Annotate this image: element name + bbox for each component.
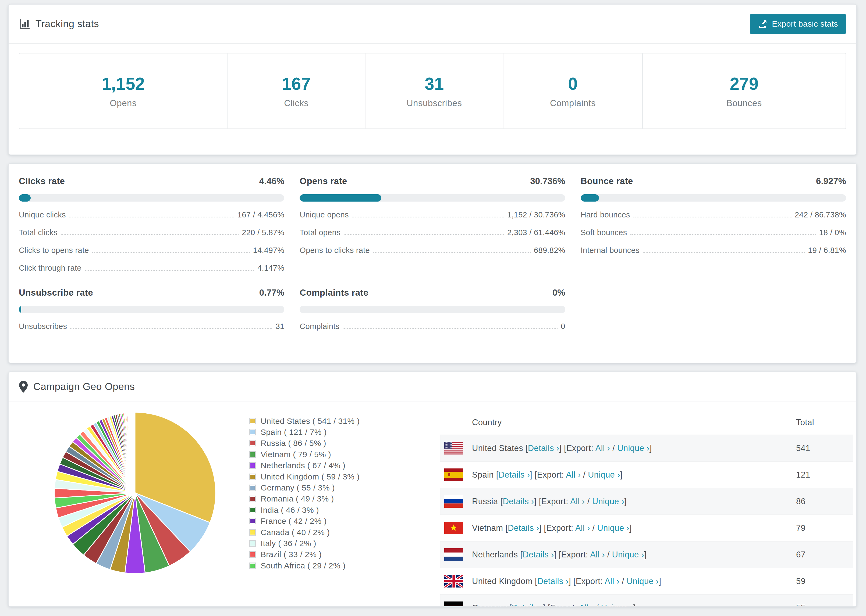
rate-detail-value: 0 bbox=[561, 322, 565, 331]
table-row: Netherlands [Details ›] [Export: All › /… bbox=[440, 541, 853, 567]
rate-block: Opens rate 30.736% Unique opens 1,152 / … bbox=[299, 176, 565, 272]
stat-box-opens: 1,152 Opens bbox=[19, 53, 228, 129]
country-name: Germany bbox=[472, 603, 507, 607]
details-link[interactable]: Details › bbox=[512, 603, 543, 607]
stat-value: 31 bbox=[425, 74, 444, 94]
dotted-leader bbox=[633, 217, 792, 217]
rate-detail-value: 220 / 5.87% bbox=[242, 228, 284, 237]
rate-detail-label: Total opens bbox=[299, 228, 340, 237]
total-cell: 67 bbox=[796, 550, 853, 559]
dotted-leader bbox=[69, 217, 234, 217]
rate-detail-label: Total clicks bbox=[19, 228, 58, 237]
legend-label: Russia ( 86 / 5% ) bbox=[261, 438, 326, 448]
legend-item[interactable]: Brazil ( 33 / 2% ) bbox=[249, 549, 360, 560]
flag-us-icon bbox=[444, 442, 463, 454]
details-link[interactable]: Details › bbox=[508, 523, 539, 533]
dotted-leader bbox=[344, 234, 504, 235]
legend-item[interactable]: Netherlands ( 67 / 4% ) bbox=[249, 460, 360, 471]
export-unique-link[interactable]: Unique › bbox=[612, 550, 644, 559]
export-all-link[interactable]: All › bbox=[605, 577, 619, 586]
rate-percent: 30.736% bbox=[530, 176, 565, 186]
export-unique-link[interactable]: Unique › bbox=[588, 470, 620, 479]
flag-vn-icon bbox=[444, 522, 463, 534]
table-row: Russia [Details ›] [Export: All › / Uniq… bbox=[440, 488, 853, 514]
total-cell: 59 bbox=[796, 577, 853, 586]
total-cell: 541 bbox=[796, 443, 853, 453]
legend-item[interactable]: India ( 46 / 3% ) bbox=[249, 504, 360, 515]
country-cell: Netherlands [Details ›] [Export: All › /… bbox=[472, 550, 647, 559]
legend-swatch-icon bbox=[249, 462, 256, 469]
legend-item[interactable]: Canada ( 40 / 2% ) bbox=[249, 527, 360, 538]
details-link[interactable]: Details › bbox=[528, 443, 559, 453]
export-all-link[interactable]: All › bbox=[590, 550, 605, 559]
details-link[interactable]: Details › bbox=[537, 577, 568, 586]
legend-item[interactable]: France ( 42 / 2% ) bbox=[249, 516, 360, 527]
table-row: Spain [Details ›] [Export: All › / Uniqu… bbox=[440, 461, 853, 488]
rate-detail-row: Opens to clicks rate 689.82% bbox=[299, 246, 565, 255]
legend-swatch-icon bbox=[249, 485, 256, 491]
legend-item[interactable]: Germany ( 55 / 3% ) bbox=[249, 482, 360, 493]
stat-label: Unsubscribes bbox=[407, 98, 462, 108]
export-all-link[interactable]: All › bbox=[570, 497, 585, 506]
page-title: Tracking stats bbox=[36, 18, 99, 30]
export-unique-link[interactable]: Unique › bbox=[627, 577, 659, 586]
export-all-link[interactable]: All › bbox=[595, 443, 610, 453]
details-link[interactable]: Details › bbox=[523, 550, 554, 559]
progress-bar bbox=[581, 194, 846, 201]
rate-percent: 0% bbox=[553, 288, 565, 298]
legend-swatch-icon bbox=[249, 529, 256, 536]
rates-row-2: Unsubscribe rate 0.77% Unsubscribes 31 C… bbox=[19, 288, 846, 331]
export-unique-link[interactable]: Unique › bbox=[592, 497, 625, 506]
dotted-leader bbox=[92, 252, 250, 253]
details-link[interactable]: Details › bbox=[499, 470, 530, 479]
country-cell: Russia [Details ›] [Export: All › / Uniq… bbox=[472, 497, 627, 506]
details-link[interactable]: Details › bbox=[503, 497, 534, 506]
geo-body: United States ( 541 / 31% ) Spain ( 121 … bbox=[9, 402, 856, 606]
legend-item[interactable]: United Kingdom ( 59 / 3% ) bbox=[249, 471, 360, 482]
legend-item[interactable]: Romania ( 49 / 3% ) bbox=[249, 493, 360, 504]
column-header-country: Country bbox=[440, 418, 796, 427]
legend-item[interactable]: Italy ( 36 / 2% ) bbox=[249, 538, 360, 549]
dotted-leader bbox=[343, 328, 557, 329]
table-row: Vietnam [Details ›] [Export: All › / Uni… bbox=[440, 514, 853, 541]
rate-detail-row: Internal bounces 19 / 6.81% bbox=[581, 246, 846, 255]
flag-ru-icon bbox=[444, 495, 463, 508]
export-all-link[interactable]: All › bbox=[575, 523, 590, 533]
legend-item[interactable]: United States ( 541 / 31% ) bbox=[249, 415, 360, 426]
legend-item[interactable]: Russia ( 86 / 5% ) bbox=[249, 438, 360, 449]
export-all-link[interactable]: All › bbox=[579, 603, 594, 607]
geo-opens-table: Country Total United States [Details ›] … bbox=[440, 410, 853, 607]
dotted-leader bbox=[70, 328, 272, 329]
geo-header: Campaign Geo Opens bbox=[9, 372, 856, 402]
progress-bar-fill bbox=[19, 194, 31, 201]
pie-legend: United States ( 541 / 31% ) Spain ( 121 … bbox=[249, 415, 360, 571]
rate-detail-label: Click through rate bbox=[19, 264, 82, 272]
legend-swatch-icon bbox=[249, 551, 256, 558]
export-all-link[interactable]: All › bbox=[566, 470, 581, 479]
legend-item[interactable]: South Africa ( 29 / 2% ) bbox=[249, 560, 360, 571]
rate-detail-row: Clicks to opens rate 14.497% bbox=[19, 246, 284, 255]
legend-label: Vietnam ( 79 / 5% ) bbox=[261, 450, 331, 459]
export-unique-link[interactable]: Unique › bbox=[597, 523, 629, 533]
rate-detail-row: Total opens 2,303 / 61.446% bbox=[299, 228, 565, 237]
legend-item[interactable]: Spain ( 121 / 7% ) bbox=[249, 426, 360, 438]
country-name: Netherlands bbox=[472, 550, 518, 559]
legend-item[interactable]: Vietnam ( 79 / 5% ) bbox=[249, 449, 360, 460]
dotted-leader bbox=[352, 217, 504, 217]
rate-percent: 6.927% bbox=[816, 176, 846, 186]
export-unique-link[interactable]: Unique › bbox=[601, 603, 633, 607]
export-unique-link[interactable]: Unique › bbox=[617, 443, 650, 453]
country-name: Vietnam bbox=[472, 523, 503, 533]
rate-detail-row: Unique opens 1,152 / 30.736% bbox=[299, 211, 565, 219]
table-row: United States [Details ›] [Export: All ›… bbox=[440, 435, 853, 461]
geo-opens-pie-chart[interactable] bbox=[52, 410, 218, 576]
rate-block: Complaints rate 0% Complaints 0 bbox=[299, 288, 565, 331]
legend-swatch-icon bbox=[249, 507, 256, 513]
flag-nl-icon bbox=[444, 548, 463, 561]
country-cell: United Kingdom [Details ›] [Export: All … bbox=[472, 577, 661, 586]
dotted-leader bbox=[85, 270, 254, 271]
legend-swatch-icon bbox=[249, 429, 256, 435]
export-basic-stats-button[interactable]: Export basic stats bbox=[750, 14, 846, 34]
dotted-leader bbox=[373, 252, 531, 253]
rate-detail-row: Click through rate 4.147% bbox=[19, 264, 284, 272]
